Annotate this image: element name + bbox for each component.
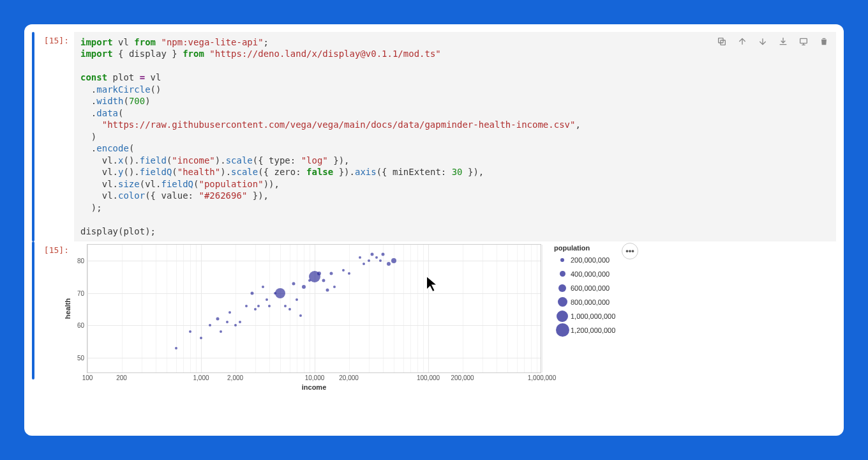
y-axis-label: health: [64, 298, 71, 319]
x-tick-label: 1,000,000: [528, 374, 557, 381]
data-point[interactable]: [257, 305, 260, 307]
svg-rect-2: [800, 38, 807, 43]
copy-icon[interactable]: [716, 36, 728, 47]
data-point[interactable]: [189, 330, 191, 333]
data-point[interactable]: [284, 305, 287, 307]
legend-entry: 600,000,000: [554, 282, 615, 295]
legend-label: 600,000,000: [571, 284, 610, 292]
data-point[interactable]: [326, 288, 329, 291]
legend-label: 1,200,000,000: [571, 326, 615, 334]
x-tick-label: 200: [116, 374, 127, 381]
legend-title: population: [554, 244, 615, 252]
data-point[interactable]: [322, 279, 326, 282]
data-point[interactable]: [254, 308, 257, 310]
data-point[interactable]: [368, 259, 370, 262]
data-point[interactable]: [200, 337, 202, 339]
x-tick-label: 100,000: [417, 374, 440, 381]
legend-entry: 1,200,000,000: [554, 324, 615, 337]
data-point[interactable]: [275, 288, 285, 298]
x-axis-label: income: [302, 383, 327, 391]
legend-entry: 800,000,000: [554, 296, 615, 309]
data-point[interactable]: [216, 318, 220, 321]
data-point[interactable]: [250, 291, 253, 295]
y-tick-label: 80: [77, 257, 84, 264]
data-point[interactable]: [299, 314, 302, 317]
data-point[interactable]: [363, 263, 365, 265]
delete-icon[interactable]: [818, 36, 830, 47]
x-tick-label: 1,000: [193, 374, 209, 381]
data-point[interactable]: [228, 311, 231, 314]
data-point[interactable]: [302, 285, 306, 289]
move-up-icon[interactable]: [737, 36, 748, 47]
data-point[interactable]: [342, 269, 345, 272]
data-point[interactable]: [348, 272, 350, 275]
y-tick-label: 60: [77, 322, 84, 329]
download-icon[interactable]: [777, 36, 789, 47]
x-tick-label: 200,000: [451, 374, 474, 381]
move-down-icon[interactable]: [757, 36, 768, 47]
legend-label: 800,000,000: [571, 298, 610, 306]
y-tick-label: 70: [77, 289, 84, 296]
data-point[interactable]: [370, 253, 373, 256]
code-editor[interactable]: import vl from "npm:vega-lite-api";impor…: [74, 32, 836, 241]
output-cell: [15]: ••• health 506070801002001,0002,00…: [32, 241, 836, 379]
input-cell: [15]: import vl from "npm:vega-lite-api"…: [32, 32, 836, 241]
legend-entry: 1,000,000,000: [554, 310, 615, 323]
presentation-icon[interactable]: [798, 36, 809, 47]
legend-label: 400,000,000: [571, 270, 610, 278]
x-tick-label: 100: [82, 374, 93, 381]
data-point[interactable]: [268, 305, 271, 307]
data-point[interactable]: [292, 282, 295, 285]
data-point[interactable]: [239, 321, 241, 323]
cell-toolbar: [716, 36, 830, 47]
data-point[interactable]: [387, 262, 391, 266]
data-point[interactable]: [245, 305, 248, 307]
data-point[interactable]: [226, 321, 228, 323]
x-tick-label: 10,000: [305, 374, 325, 381]
legend-label: 1,000,000,000: [571, 312, 615, 320]
data-point[interactable]: [175, 347, 177, 349]
data-point[interactable]: [382, 253, 385, 256]
data-point[interactable]: [333, 286, 336, 288]
data-point[interactable]: [375, 256, 378, 259]
legend-entry: 200,000,000: [554, 254, 615, 266]
data-point[interactable]: [288, 308, 291, 310]
data-point[interactable]: [266, 298, 268, 301]
notebook-frame: [15]: import vl from "npm:vega-lite-api"…: [24, 24, 844, 436]
data-point[interactable]: [379, 259, 382, 262]
data-point[interactable]: [220, 330, 222, 333]
data-point[interactable]: [296, 298, 298, 301]
x-tick-label: 2,000: [227, 374, 243, 381]
data-point[interactable]: [391, 258, 396, 263]
x-tick-label: 20,000: [339, 374, 359, 381]
output-more-icon[interactable]: •••: [622, 243, 638, 259]
scatter-plot[interactable]: 506070801002001,0002,00010,00020,000100,…: [87, 244, 541, 373]
legend: population 200,000,000400,000,000600,000…: [554, 244, 615, 338]
data-point[interactable]: [234, 324, 237, 326]
input-prompt: [15]:: [34, 32, 74, 241]
y-tick-label: 50: [77, 354, 84, 361]
data-point[interactable]: [209, 324, 211, 326]
data-point[interactable]: [359, 256, 361, 259]
legend-label: 200,000,000: [571, 256, 610, 264]
data-point[interactable]: [262, 286, 264, 288]
legend-entry: 400,000,000: [554, 268, 615, 280]
data-point[interactable]: [317, 272, 321, 275]
output-area: ••• health 506070801002001,0002,00010,00…: [74, 241, 836, 379]
data-point[interactable]: [330, 272, 333, 275]
